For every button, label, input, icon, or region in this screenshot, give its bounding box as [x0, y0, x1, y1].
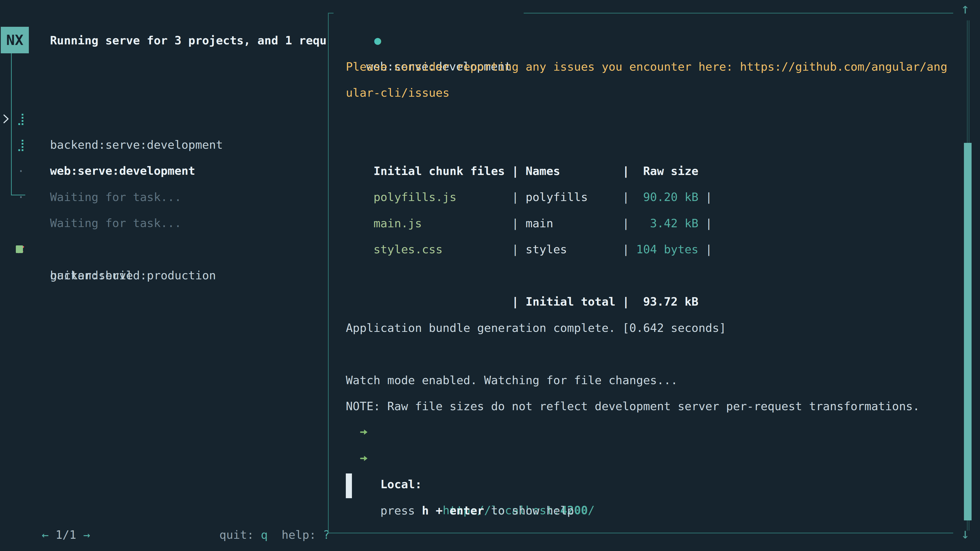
total-label: Initial total: [519, 289, 622, 315]
help-hint-suffix: to show help: [484, 504, 574, 517]
quit-hint-label: quit:: [219, 528, 254, 541]
help-key: ?: [323, 528, 330, 541]
panel-border-title-line: [524, 13, 953, 14]
url-slash: /: [588, 503, 595, 517]
raw-size-note: NOTE: Raw file sizes do not reflect deve…: [346, 393, 920, 419]
task-success-square-icon: [16, 245, 23, 253]
table-row: styles.css|styles|104 bytes|: [346, 210, 712, 237]
help-hint-line: press h + enter to show help: [346, 446, 373, 472]
sidebar-item-backend-serve[interactable]: ⣸ backend:serve:development: [0, 80, 327, 106]
panel-border-left: [328, 13, 329, 534]
sidebar-item-web-serve[interactable]: ⣸ web:serve:development: [0, 106, 327, 132]
help-hint-label: help:: [282, 528, 316, 541]
task-pager: ←1/1→: [14, 496, 90, 522]
table-row: polyfills.js|polyfills|90.20 kB|: [346, 158, 712, 184]
quit-key: q: [261, 528, 268, 541]
local-label: Local:: [380, 472, 422, 497]
total-size: 93.72 kB: [629, 289, 698, 315]
sidebar-item-label: Waiting for task...: [50, 184, 181, 210]
help-hint-keys: h + enter: [422, 504, 484, 517]
scroll-down-icon[interactable]: ↓: [958, 526, 973, 551]
scrollbar-thumb[interactable]: [964, 143, 972, 520]
bundle-complete-message: Application bundle generation complete. …: [346, 315, 726, 341]
chunk-raw-size: 104 bytes: [629, 237, 698, 262]
pager-left-icon[interactable]: ←: [41, 528, 48, 541]
sidebar-item-guitar-serve[interactable]: ✘ guitar:serve: [0, 210, 327, 237]
table-pipe: |: [512, 295, 519, 308]
sidebar-item-waiting-2: · Waiting for task...: [0, 158, 327, 184]
panel-border-bottom: [328, 533, 953, 534]
waiting-dot-icon: ·: [15, 184, 27, 210]
sidebar-title: Running serve for 3 projects, and 1 requ: [50, 27, 328, 54]
arrow-right-icon: [360, 454, 369, 463]
table-pipe: |: [622, 295, 629, 308]
panel-border-top-stub: [328, 13, 334, 14]
table-total-row: |Initial total|93.72 kB: [346, 263, 698, 289]
panel-title: ● web:serve:development: [347, 2, 381, 27]
sidebar-item-label: backend:build:production: [50, 262, 216, 289]
scroll-up-icon[interactable]: ↑: [958, 1, 973, 27]
sidebar-item-waiting-1: · Waiting for task...: [0, 132, 327, 158]
chunk-table-header: Initial chunk files|Names|Raw size: [346, 132, 698, 158]
sidebar-item-backend-build[interactable]: backend:build:production: [0, 237, 327, 262]
arrow-right-icon: [360, 427, 369, 437]
keyboard-hints: quit:qhelp:?: [192, 496, 330, 522]
table-pipe: |: [622, 243, 629, 256]
help-hint-prefix: press: [380, 504, 422, 517]
chunk-file-name: styles.css: [373, 237, 512, 262]
pager-page-label: 1/1: [56, 528, 76, 541]
running-bullet-icon: ●: [374, 34, 381, 47]
watch-mode-message: Watch mode enabled. Watching for file ch…: [346, 367, 678, 393]
nx-logo: NX: [1, 27, 29, 53]
table-pipe: |: [705, 243, 712, 256]
terminal-cursor: [346, 473, 352, 498]
issue-report-notice-line1: Please consider reporting any issues you…: [346, 54, 947, 80]
nx-tui-screen: NX Running serve for 3 projects, and 1 r…: [0, 0, 980, 551]
chunk-name: styles: [519, 237, 622, 262]
issue-report-notice-line2: ular-cli/issues: [346, 80, 449, 106]
local-url-line: Local: http://localhost:4200/: [346, 419, 373, 445]
table-pipe: |: [512, 243, 519, 256]
nx-logo-text: NX: [6, 33, 23, 47]
table-row: main.js|main|3.42 kB|: [346, 184, 712, 210]
pager-right-icon[interactable]: →: [83, 528, 90, 541]
